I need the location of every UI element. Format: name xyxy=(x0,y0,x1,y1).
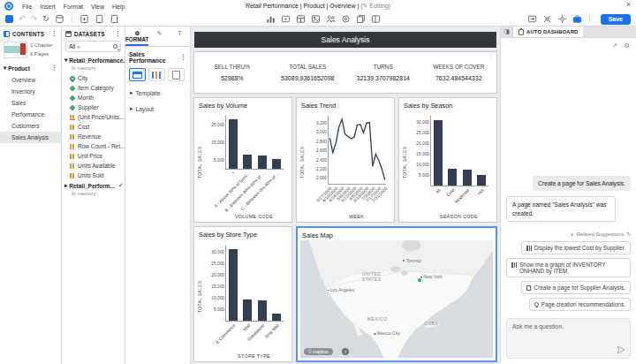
kpi-style-button[interactable] xyxy=(129,68,146,81)
caret-right-icon[interactable]: ▸ xyxy=(64,182,67,189)
dataset-field[interactable]: Cost xyxy=(62,122,125,132)
bar[interactable] xyxy=(243,300,252,321)
page-item-customers[interactable]: Customers xyxy=(0,120,61,132)
settings-icon[interactable]: ⚙ xyxy=(624,42,630,49)
kpi-panel[interactable]: ⋮ SELL THRU%52988% TOTAL SALES53089.9361… xyxy=(193,51,497,94)
bar[interactable] xyxy=(229,119,238,169)
datasets-menu-icon[interactable]: ⋮ xyxy=(115,30,121,37)
send-icon[interactable] xyxy=(617,345,625,354)
suggestion-chip[interactable]: Show me a graph of INVENTORY ONHAND by I… xyxy=(506,258,631,277)
caret-down-icon[interactable]: ▾ xyxy=(4,64,6,72)
sales-by-store-type-chart[interactable]: Sales by Store Type TOTAL SALES5,00010,0… xyxy=(193,226,292,362)
redo-icon[interactable]: ↷ xyxy=(31,15,38,23)
chapter-item-product[interactable]: ▾ Product ⋮ xyxy=(0,62,61,74)
refresh-suggestions-icon[interactable]: ↻ xyxy=(626,231,631,237)
dataset-field[interactable]: Revenue xyxy=(62,132,125,141)
page-item-performance[interactable]: Performance xyxy=(0,109,61,120)
menu-help[interactable]: Help xyxy=(109,3,128,11)
bar[interactable] xyxy=(272,159,281,169)
map-info-icon[interactable]: i xyxy=(342,348,349,355)
current-tool-icon[interactable] xyxy=(5,15,13,23)
dataset-field[interactable]: Month xyxy=(62,93,125,102)
insert-table-icon[interactable] xyxy=(296,14,306,24)
sales-by-volume-chart[interactable]: Sales by Volume TOTAL SALES5,00015,00025… xyxy=(193,97,292,223)
dataset-field[interactable]: City xyxy=(62,73,125,83)
copy-icon[interactable] xyxy=(356,14,366,24)
object-menu-icon[interactable]: ⋮ xyxy=(180,54,186,61)
map-area[interactable]: UNITED STATESMEXICOCUBATorontoNew YorkLo… xyxy=(300,240,493,358)
insert-people-icon[interactable] xyxy=(326,14,336,24)
menu-format[interactable]: Format xyxy=(60,3,87,11)
chart-style-button[interactable] xyxy=(148,68,165,81)
bar[interactable] xyxy=(463,170,472,186)
popout-icon[interactable]: ↗ xyxy=(612,42,617,49)
page-style-button[interactable] xyxy=(168,68,185,81)
chapter-thumbnail[interactable] xyxy=(4,42,27,58)
bar[interactable] xyxy=(258,155,267,169)
menu-insert[interactable]: Insert xyxy=(36,3,59,11)
dataset-field[interactable]: (Unit Price/Units... xyxy=(62,112,125,122)
contents-menu-icon[interactable]: ⋮ xyxy=(51,30,57,37)
related-suggestions-row[interactable]: ∨ Related Suggestions ↻ xyxy=(570,231,631,237)
page-item-sales[interactable]: Sales xyxy=(0,97,61,109)
question-input[interactable] xyxy=(507,319,630,358)
briefcase-icon[interactable] xyxy=(572,14,582,24)
add-page-icon[interactable] xyxy=(80,14,89,24)
mapbox-attribution[interactable]: © mapbox xyxy=(304,348,333,355)
refresh-icon[interactable]: ↻ xyxy=(42,15,49,23)
section-layout[interactable]: ▸ Layout xyxy=(125,101,190,117)
kpi-panel-menu-icon[interactable]: ⋮ xyxy=(488,54,494,60)
tab-auto-dashboard[interactable]: AUTO DASHBOARD xyxy=(513,27,583,37)
grid-view-icon[interactable] xyxy=(542,14,552,24)
suggestion-chip[interactable]: Create a page for Supplier Analysis. xyxy=(521,281,631,294)
sales-by-season-chart[interactable]: Sales by Season TOTAL SALES5,00010,00015… xyxy=(398,97,497,223)
bar[interactable] xyxy=(229,249,238,321)
dataset-group[interactable]: ▾Retail_Performance...⋮ xyxy=(62,55,125,65)
tab-text[interactable]: T xyxy=(170,27,190,46)
dataset-field[interactable]: Item Category xyxy=(62,83,125,93)
page-item-inventory[interactable]: Inventory xyxy=(0,86,61,97)
sales-trend-chart[interactable]: Sales Trend TOTAL SALES2,0002,2002,4002,… xyxy=(296,97,395,223)
caret-down-icon[interactable]: ▾ xyxy=(64,57,67,64)
duplicate-page-icon[interactable] xyxy=(95,14,104,24)
present-icon[interactable] xyxy=(527,14,537,24)
page-item-sales-analysis[interactable]: Sales Analysis xyxy=(0,132,61,143)
sales-data-point[interactable] xyxy=(417,277,422,283)
undo-icon[interactable]: ↶ xyxy=(19,15,26,23)
dataset-field[interactable]: Units Available xyxy=(62,161,125,171)
insert-chart-icon[interactable] xyxy=(266,14,276,24)
data-source-icon[interactable] xyxy=(55,14,64,24)
bar[interactable] xyxy=(272,314,281,321)
menu-view[interactable]: View xyxy=(87,3,108,11)
dataset-field[interactable]: Supplier xyxy=(62,102,125,112)
suggestion-chip[interactable]: Display the lowest Cost by Supplier. xyxy=(521,241,631,254)
trend-line[interactable] xyxy=(329,116,386,184)
new-object-icon[interactable] xyxy=(110,14,119,24)
tab-format[interactable]: ⚙ FORMAT xyxy=(125,27,148,46)
insert-media-icon[interactable] xyxy=(281,14,291,24)
section-template[interactable]: ▸ Template xyxy=(125,85,190,101)
suggestion-chip[interactable]: Page creation recommendations. xyxy=(529,298,631,311)
chapter-menu-icon[interactable]: ⋮ xyxy=(51,64,57,72)
page-title-bar[interactable]: Sales Analysis xyxy=(194,32,496,48)
bar[interactable] xyxy=(243,155,252,169)
page-item-overview[interactable]: Overview xyxy=(0,74,61,86)
tab-style[interactable]: ✎ xyxy=(148,27,169,46)
bar[interactable] xyxy=(434,120,443,186)
collapse-panel-icon[interactable]: ◨ xyxy=(501,27,513,37)
menu-file[interactable]: File xyxy=(19,3,35,11)
bar[interactable] xyxy=(448,169,457,186)
insert-shape-icon[interactable] xyxy=(341,14,351,24)
sales-map-panel[interactable]: Sales Map UNITED STATESMEXICOCUBAToronto… xyxy=(296,226,497,362)
close-icon[interactable]: × xyxy=(626,1,631,9)
dataset-filter[interactable]: All ∨ xyxy=(65,41,121,52)
insert-image-icon[interactable] xyxy=(311,14,321,24)
search-icon[interactable] xyxy=(113,44,117,49)
bar[interactable] xyxy=(477,175,486,186)
bar[interactable] xyxy=(258,300,267,321)
focus-icon[interactable] xyxy=(557,14,567,24)
dataset-group[interactable]: ▸Retail_Perform...✓⋮ xyxy=(62,180,125,191)
save-button[interactable]: Save xyxy=(601,14,631,25)
question-input-box[interactable] xyxy=(506,318,631,359)
layout-icon[interactable] xyxy=(371,14,381,24)
